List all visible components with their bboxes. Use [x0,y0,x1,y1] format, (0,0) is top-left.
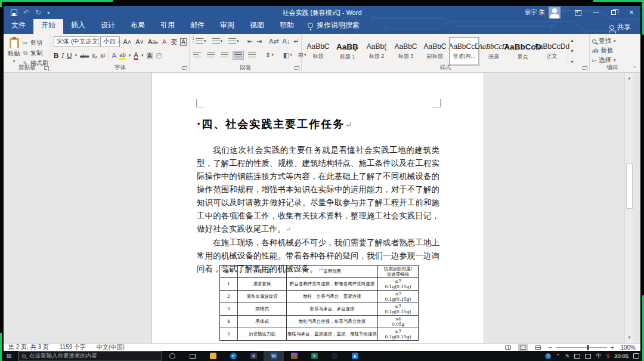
style-title[interactable]: AaBbC标题 [304,38,332,64]
minimize-button[interactable] [587,6,605,19]
zoom-slider-thumb[interactable] [587,345,589,350]
word-count[interactable]: 1159 个字 [60,343,86,351]
close-button[interactable]: × [623,6,640,19]
bullets-button[interactable]: ▾ [192,38,208,45]
show-marks-icon[interactable]: ↵ [293,38,299,45]
web-layout-button[interactable] [533,344,543,351]
tab-review[interactable]: 审阅 [212,17,242,34]
shading-button[interactable]: ◧▾ [282,51,293,60]
highlight-dropdown-icon[interactable]: ▾ [129,53,131,58]
ribbon-display-options-button[interactable] [569,6,587,19]
line-spacing-button[interactable]: ⇕▾ [264,51,275,60]
start-button[interactable]: ⊞ [0,353,18,359]
style-emphasis[interactable]: AaBbCcD.强调 [479,38,507,64]
user-name[interactable]: 泉宇 朱 [525,8,545,17]
language-indicator[interactable]: 中文(中国) [97,343,125,351]
document-canvas[interactable]: ·四、社会实践主要工作任务↵ 我们这次社会实践的主要任务就是看懂社会实践工地的建… [4,73,640,343]
styles-dialog-launcher[interactable] [583,66,587,71]
vertical-scrollbar[interactable]: ▲ ▼ [624,73,633,343]
strikethrough-button[interactable]: abc [80,53,89,59]
enclose-characters-button[interactable]: ㊀ [156,51,162,60]
replace-button[interactable]: ab替换 [592,47,633,55]
dark-app-button[interactable] [324,351,345,361]
distribute-button[interactable] [247,51,257,59]
tab-mailings[interactable]: 邮件 [182,17,212,34]
font-dialog-launcher[interactable] [182,66,187,71]
bold-button[interactable]: B [54,52,58,59]
underline-dropdown-icon[interactable]: ▾ [75,53,77,58]
connection-methods-table[interactable]: 编号 连接方式 适用范围 抗震设防烈度/加速度幅值 1 灌浆套筒 桥台各构件竖向… [219,265,419,341]
highlight-color-button[interactable]: ab [119,51,126,60]
phonetic-guide-button[interactable]: 变 [169,37,178,47]
font-size-combo[interactable]: 小四∨ [100,36,120,47]
style-heading3[interactable]: AaBbC标题 3 [392,38,420,64]
copy-button[interactable]: ⧉复制 [22,49,48,57]
table-row[interactable]: 1 灌浆套筒 桥台各构件竖向连接，桥墩各构件竖向连接 ≤70.1g(0.15g) [220,278,419,291]
taskbar-search-box[interactable]: 在这里输入你要搜索的内容 [18,351,162,360]
page-indicator[interactable]: 第 2 页, 共 3 页 [8,343,49,351]
font-color-dropdown-icon[interactable]: ▾ [141,53,144,58]
cut-button[interactable]: ✂剪切 [22,39,48,47]
zoom-out-button[interactable]: − [548,344,552,351]
character-shading-button[interactable]: A [147,53,153,59]
device-tray-icon[interactable] [574,354,580,359]
tab-design[interactable]: 设计 [93,17,123,34]
increase-indent-icon[interactable]: ⇥ [256,38,262,45]
tab-help[interactable]: 帮助 [272,17,302,34]
underline-button[interactable]: U [67,52,72,59]
tray-expand-icon[interactable]: ⌃ [556,353,561,359]
italic-button[interactable]: I [61,52,64,59]
zoom-level[interactable]: 100% [618,344,636,351]
word-taskbar-button[interactable]: W [264,351,284,361]
font-color-button[interactable]: A [134,51,138,60]
cortana-button[interactable] [162,351,182,361]
paragraph-dialog-launcher[interactable] [295,66,299,71]
paste-button[interactable]: 粘贴 ▾ [6,36,22,64]
shrink-font-button[interactable]: A˅ [134,38,145,46]
find-button[interactable]: 查找▾ [592,37,633,45]
winrar-button[interactable] [284,351,304,361]
display-tray-icon[interactable] [585,354,591,359]
user-avatar[interactable] [549,7,561,18]
zoom-in-button[interactable]: + [611,344,614,351]
style-strong[interactable]: AaBbCcD要点 [509,38,537,64]
numbering-button[interactable]: ▾ [211,38,224,45]
tab-references[interactable]: 引用 [153,17,182,34]
superscript-button[interactable]: x² [100,53,105,59]
grow-font-button[interactable]: A˄ [122,38,132,46]
tab-home[interactable]: 开始 [33,17,63,34]
change-case-button[interactable]: Aa▾ [147,38,159,46]
styles-gallery-scroll[interactable]: ▲ ▼ ▼ [568,36,576,66]
paragraph-1[interactable]: 我们这次社会实践的主要任务就是看懂社会实践工地的建筑类型，了解工程的性质、规模、… [197,143,439,236]
character-border-button[interactable]: A [180,38,187,46]
document-page[interactable]: ·四、社会实践主要工作任务↵ 我们这次社会实践的主要任务就是看懂社会实践工地的建… [152,73,484,343]
camera-button[interactable] [243,351,264,361]
ime-indicator[interactable]: 中 [596,352,601,360]
style-bodytext[interactable]: AaBbCcDd正文 [538,38,566,64]
scroll-up-icon[interactable]: ▲ [625,74,634,82]
document-heading[interactable]: ·四、社会实践主要工作任务↵ [197,117,354,131]
zoom-slider[interactable] [556,347,607,348]
print-layout-button[interactable] [518,344,528,351]
scroll-down-icon[interactable]: ▼ [625,334,634,342]
file-explorer-button[interactable] [203,351,223,361]
font-name-combo[interactable]: 宋体 (中文正文∨ [54,36,98,47]
task-view-button[interactable] [182,351,203,361]
align-center-button[interactable] [206,51,216,59]
gallery-up-icon[interactable]: ▲ [568,38,576,44]
asian-layout-icon[interactable]: A⇄ [269,38,279,45]
justify-button[interactable] [233,51,243,59]
align-left-button[interactable] [192,51,202,59]
restore-button[interactable] [605,6,623,19]
text-effects-button[interactable]: A [112,52,117,59]
decrease-indent-icon[interactable]: ⇤ [247,38,253,45]
scrollbar-thumb[interactable] [626,163,633,209]
table-row[interactable]: 5 后张预应力筋 墩柱与承台、盖梁连接，盖梁、墩柱节段连接 ≤70.1g(0.1… [220,328,419,341]
collapse-ribbon-icon[interactable]: ⌃ [632,66,637,72]
tab-insert[interactable]: 插入 [63,17,93,34]
table-row[interactable]: 2 灌浆金属波纹管 墩柱、台身与承台、盖梁连接 ≤70.1g(0.15g) [220,291,419,303]
tab-view[interactable]: 视图 [242,17,272,34]
tab-layout[interactable]: 布局 [123,17,153,34]
table-row[interactable]: 4 承插式 墩柱与承台连接，桩基与承台连接 ≤60.05g [220,316,419,328]
select-button[interactable]: ▻选择▾ [592,56,633,64]
